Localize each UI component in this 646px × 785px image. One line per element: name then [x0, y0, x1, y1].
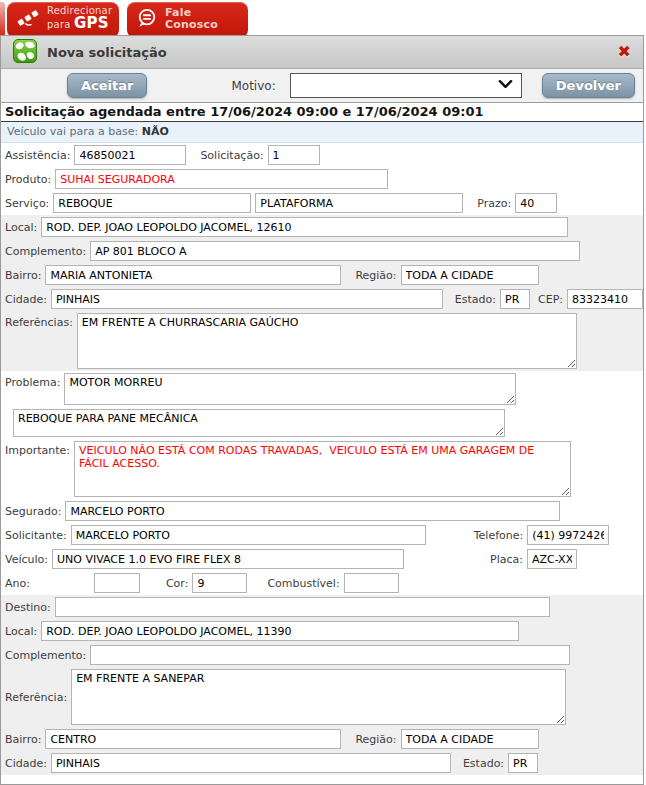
row-local-destino: Local:: [1, 619, 643, 643]
request-form: Assistência: Solicitação: Produto: Servi…: [1, 143, 643, 775]
dialog-title: Nova solicitação: [47, 45, 167, 60]
estado-destino-field[interactable]: [508, 753, 538, 773]
servico-label: Serviço:: [5, 197, 49, 210]
cidade-destino-field[interactable]: [51, 753, 451, 773]
row-bairro-origem: Bairro: Região:: [1, 263, 643, 287]
row-bairro-destino: Bairro: Região:: [1, 727, 643, 751]
bairro-destino-field[interactable]: [45, 729, 341, 749]
referencia-destino-field[interactable]: EM FRENTE A SANEPAR: [71, 669, 566, 725]
servico-field[interactable]: [53, 193, 251, 213]
destino-label: Destino:: [5, 601, 51, 614]
row-importante: Importante: VEICULO NÃO ESTÁ COM RODAS T…: [1, 439, 643, 499]
assistencia-label: Assistência:: [5, 149, 70, 162]
complemento-origem-label: Complemento:: [5, 245, 86, 258]
importante-field[interactable]: VEICULO NÃO ESTÁ COM RODAS TRAVADAS, VEI…: [74, 441, 571, 497]
cep-field[interactable]: [567, 289, 643, 309]
chevron-down-icon: [498, 79, 513, 92]
bairro-origem-label: Bairro:: [5, 269, 41, 282]
complemento-destino-field[interactable]: [90, 645, 570, 665]
redirect-gps-tab[interactable]: Redirecionar para GPS: [7, 2, 119, 38]
row-veiculo: Veículo: Placa:: [1, 547, 643, 571]
row-assistencia: Assistência: Solicitação:: [1, 143, 643, 167]
solicitacao-field[interactable]: [268, 145, 320, 165]
base-banner-label: Veículo vai para a base:: [7, 125, 138, 138]
estado-origem-label: Estado:: [455, 293, 496, 306]
row-problema: Problema: MOTOR MORREU: [1, 371, 643, 407]
local-destino-field[interactable]: [41, 621, 519, 641]
produto-field[interactable]: [55, 169, 388, 189]
schedule-banner: Solicitação agendada entre 17/06/2024 09…: [1, 102, 643, 122]
row-complemento-origem: Complemento:: [1, 239, 643, 263]
complemento-destino-label: Complemento:: [5, 649, 86, 662]
prazo-field[interactable]: [515, 193, 557, 213]
local-origem-field[interactable]: [41, 217, 568, 237]
veiculo-field[interactable]: [52, 549, 404, 569]
row-ano-cor-combustivel: Ano: Cor: Combustível:: [1, 571, 643, 595]
placa-field[interactable]: [527, 549, 577, 569]
assistencia-field[interactable]: [74, 145, 186, 165]
importante-label: Importante:: [5, 444, 70, 457]
cor-label: Cor:: [166, 577, 188, 590]
regiao-destino-field[interactable]: [401, 729, 539, 749]
regiao-origem-label: Região:: [355, 269, 396, 282]
row-segurado: Segurado:: [1, 499, 643, 523]
regiao-origem-field[interactable]: [401, 265, 539, 285]
destination-section: Destino: Local: Complemento: Referência:…: [1, 595, 643, 775]
ano-label: Ano:: [5, 577, 30, 590]
cidade-origem-field[interactable]: [51, 289, 443, 309]
complemento-origem-field[interactable]: [90, 241, 580, 261]
contact-us-tab[interactable]: Fale Conosco: [127, 2, 248, 38]
veiculo-label: Veículo:: [5, 553, 48, 566]
motivo-select[interactable]: [290, 73, 522, 98]
row-cidade-origem: Cidade: Estado: CEP:: [1, 287, 643, 311]
solicitante-field[interactable]: [71, 525, 426, 545]
redirect-gps-label: Redirecionar para GPS: [47, 6, 112, 32]
origin-section: Local: Complemento: Bairro: Região: Cida…: [1, 215, 643, 371]
accept-button[interactable]: Aceitar: [67, 73, 147, 98]
row-referencia-destino: Referência: EM FRENTE A SANEPAR: [1, 667, 643, 727]
combustivel-label: Combustível:: [267, 577, 339, 590]
referencia-destino-label: Referência:: [5, 691, 67, 704]
solicitacao-label: Solicitação:: [200, 149, 263, 162]
row-servico: Serviço: Prazo:: [1, 191, 643, 215]
regiao-destino-label: Região:: [355, 733, 396, 746]
segurado-field[interactable]: [65, 501, 560, 521]
estado-destino-label: Estado:: [463, 757, 504, 770]
referencias-origem-field[interactable]: EM FRENTE A CHURRASCARIA GAÚCHO: [77, 313, 577, 369]
combustivel-field[interactable]: [344, 573, 399, 593]
return-button[interactable]: Devolver: [542, 73, 635, 98]
satellite-icon: [16, 8, 40, 31]
servico-tipo-field[interactable]: [255, 193, 463, 213]
problema-label: Problema:: [5, 376, 60, 389]
problema-field[interactable]: MOTOR MORREU: [64, 373, 516, 405]
referencias-origem-label: Referências:: [5, 316, 73, 329]
solicitante-label: Solicitante:: [5, 529, 67, 542]
segurado-label: Segurado:: [5, 505, 61, 518]
telefone-field[interactable]: [527, 525, 609, 545]
estado-origem-field[interactable]: [500, 289, 530, 309]
local-origem-label: Local:: [5, 221, 37, 234]
bairro-destino-label: Bairro:: [5, 733, 41, 746]
placa-label: Placa:: [490, 553, 523, 566]
ano-field[interactable]: [94, 573, 140, 593]
dialog-header: Nova solicitação ✖: [1, 36, 643, 69]
edge-tab-sliver: [0, 2, 5, 35]
row-complemento-destino: Complemento:: [1, 643, 643, 667]
row-cidade-destino: Cidade: Estado:: [1, 751, 643, 775]
cep-label: CEP:: [538, 293, 563, 306]
row-destino: Destino:: [1, 595, 643, 619]
row-observacao: REBOQUE PARA PANE MECÂNICA: [1, 407, 643, 439]
destino-field[interactable]: [55, 597, 550, 617]
prazo-label: Prazo:: [477, 197, 511, 210]
base-banner: Veículo vai para a base: NÃO: [1, 122, 643, 143]
observacao-field[interactable]: REBOQUE PARA PANE MECÂNICA: [13, 409, 505, 437]
nova-solicitacao-dialog: Nova solicitação ✖ Aceitar Motivo: Devol…: [0, 35, 644, 785]
row-local-origem: Local:: [1, 215, 643, 239]
cor-field[interactable]: [192, 573, 247, 593]
dialog-toolbar: Aceitar Motivo: Devolver: [1, 69, 643, 102]
globe-icon: [13, 39, 37, 66]
close-icon[interactable]: ✖: [618, 44, 631, 60]
bairro-origem-field[interactable]: [45, 265, 341, 285]
row-solicitante: Solicitante: Telefone:: [1, 523, 643, 547]
motivo-label: Motivo:: [231, 79, 275, 93]
